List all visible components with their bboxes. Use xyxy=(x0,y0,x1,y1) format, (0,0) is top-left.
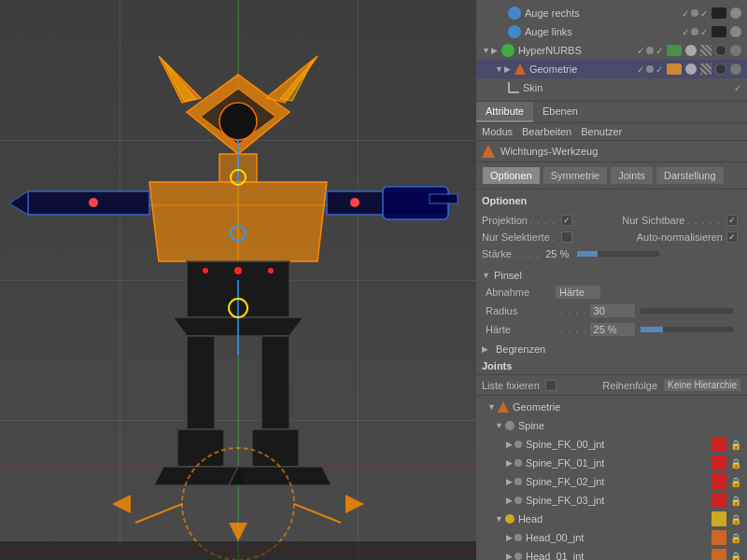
tab-attribute[interactable]: Attribute xyxy=(476,102,533,122)
joint-item-spine-fk-03[interactable]: ▶ Spine_FK_03_jnt 🔒 xyxy=(476,491,747,510)
pinsel-collapse-icon: ▼ xyxy=(482,271,490,280)
active-check: ✓ xyxy=(700,8,708,19)
scene-item-icon xyxy=(508,25,521,38)
svg-rect-24 xyxy=(252,429,299,467)
subtab-symmetrie[interactable]: Symmetrie xyxy=(543,166,609,185)
menu-bar: Modus Bearbeiten Benutzer xyxy=(476,123,747,141)
joints-title: Joints xyxy=(476,357,747,375)
joint-item-spine-fk-00[interactable]: ▶ Spine_FK_00_jnt 🔒 xyxy=(476,435,747,454)
radius-slider[interactable] xyxy=(640,307,734,315)
nur-sichtbare-checkbox[interactable] xyxy=(726,215,738,226)
nur-selektierte-checkbox[interactable] xyxy=(561,231,572,243)
spine-fk-00-color xyxy=(712,437,726,452)
scene-item-label: Skin xyxy=(523,82,734,93)
head-color xyxy=(712,511,726,526)
projektion-row: Projektion . . . . Nur Sichtbare . . . .… xyxy=(482,212,741,229)
menu-bearbeiten[interactable]: Bearbeiten xyxy=(522,126,571,137)
creature-svg xyxy=(0,0,476,560)
joints-section: Joints Liste fixieren Reihenfolge Keine … xyxy=(476,357,747,560)
joint-expand-head: ▼ xyxy=(495,514,503,524)
visibility-check: ✓ xyxy=(637,64,644,75)
begrenzen-row[interactable]: ▶ Begrenzen xyxy=(476,341,747,357)
svg-line-27 xyxy=(135,504,182,523)
tool-title-label: Wichtungs-Werkzeug xyxy=(500,146,598,157)
scene-item-label: Auge links xyxy=(525,26,682,37)
scene-item-auge-links[interactable]: Auge links ✓ ✓ xyxy=(476,22,747,41)
scene-item-skin[interactable]: Skin ✓ xyxy=(476,78,747,97)
svg-rect-20 xyxy=(187,336,215,429)
hierarchy-dropdown[interactable]: Keine Hierarchie xyxy=(663,378,741,392)
begrenzen-label: Begrenzen xyxy=(496,343,545,355)
scene-item-auge-rechts[interactable]: Auge rechts ✓ ✓ xyxy=(476,4,747,22)
pinsel-header[interactable]: ▼ Pinsel xyxy=(482,268,741,283)
color-chip xyxy=(712,26,726,37)
joint-item-spine-fk-02[interactable]: ▶ Spine_FK_02_jnt 🔒 xyxy=(476,472,747,491)
joint-item-spine[interactable]: ▼ Spine xyxy=(476,416,747,435)
svg-marker-41 xyxy=(229,523,247,541)
joint-expand-spine-fk-03: ▶ xyxy=(506,496,513,505)
menu-modus[interactable]: Modus xyxy=(482,126,513,137)
sphere-icon xyxy=(715,45,726,56)
head-00-icon xyxy=(514,534,522,541)
pinsel-title: Pinsel xyxy=(494,270,522,281)
active-check: ✓ xyxy=(655,46,663,56)
svg-line-28 xyxy=(294,504,341,523)
joint-label-spine-fk-00: Spine_FK_00_jnt xyxy=(526,439,712,450)
scene-item-geometrie[interactable]: ▼ ▶ Geometrie ✓ ✓ xyxy=(476,60,747,78)
svg-marker-25 xyxy=(229,467,331,485)
spine-fk-01-color xyxy=(712,455,726,470)
haerte-slider[interactable] xyxy=(640,326,734,333)
right-panel: Auge rechts ✓ ✓ Auge links ✓ ✓ xyxy=(476,0,747,560)
visibility-check: ✓ xyxy=(682,8,689,19)
spine-fk-03-lock: 🔒 xyxy=(730,496,741,506)
menu-benutzer[interactable]: Benutzer xyxy=(581,126,622,137)
radius-value[interactable]: 30 xyxy=(589,303,636,318)
projektion-label: Projektion xyxy=(482,215,528,226)
haerte-row: Härte . . . . . 25 % xyxy=(482,320,741,339)
viewport-status-bar xyxy=(0,541,476,560)
joint-label-spine: Spine xyxy=(518,420,743,431)
nur-selektierte-label: Nur Selektierte xyxy=(482,231,550,243)
joint-item-head[interactable]: ▼ Head 🔒 xyxy=(476,510,747,528)
joint-label-spine-fk-01: Spine_FK_01_jnt xyxy=(526,457,712,469)
liste-fixieren-checkbox[interactable] xyxy=(545,380,557,391)
joint-item-spine-fk-01[interactable]: ▶ Spine_FK_01_jnt 🔒 xyxy=(476,454,747,472)
viewport-3d[interactable] xyxy=(0,0,476,560)
auto-normalisieren-checkbox[interactable] xyxy=(726,231,738,243)
abnahme-value[interactable]: Härte xyxy=(555,285,601,300)
joint-label-head-00: Head_00_jnt xyxy=(526,532,712,543)
tab-ebenen[interactable]: Ebenen xyxy=(533,102,587,122)
svg-marker-40 xyxy=(345,495,364,513)
scene-item-icon xyxy=(508,7,521,20)
svg-marker-14 xyxy=(9,191,28,215)
active-check: ✓ xyxy=(655,64,663,75)
projektion-checkbox[interactable] xyxy=(561,215,572,226)
hypernurbs-expand-icon: ▼ ▶ xyxy=(482,46,498,55)
head-joint-icon xyxy=(505,514,514,524)
staerke-slider[interactable] xyxy=(576,250,660,258)
scene-item-hypernurbs[interactable]: ▼ ▶ HyperNURBS ✓ ✓ xyxy=(476,41,747,60)
spine-fk-03-icon xyxy=(514,497,522,504)
joint-label-spine-fk-02: Spine_FK_02_jnt xyxy=(526,476,712,487)
render-dot xyxy=(691,9,698,17)
joint-expand-head-00: ▶ xyxy=(506,533,513,542)
staerke-value: 25 % xyxy=(545,248,569,259)
haerte-value[interactable]: 25 % xyxy=(589,322,636,337)
joint-item-head-00[interactable]: ▶ Head_00_jnt 🔒 xyxy=(476,528,747,547)
subtab-optionen[interactable]: Optionen xyxy=(482,166,541,185)
abnahme-row: Abnahme Härte xyxy=(482,283,741,301)
svg-rect-23 xyxy=(261,336,289,429)
joint-label-head: Head xyxy=(518,513,712,525)
reihenfolge-label: Reihenfolge xyxy=(602,380,657,391)
color-chip xyxy=(712,7,726,19)
subtab-joints[interactable]: Joints xyxy=(610,166,654,185)
staerke-row: Stärke . . . . 25 % xyxy=(482,245,741,262)
scene-hierarchy: Auge rechts ✓ ✓ Auge links ✓ ✓ xyxy=(476,0,747,102)
geometrie-icon xyxy=(514,63,526,75)
staerke-slider-fill xyxy=(577,251,598,257)
subtab-darstellung[interactable]: Darstellung xyxy=(655,166,725,185)
sphere-icon xyxy=(715,63,726,75)
joint-item-geometrie[interactable]: ▼ Geometrie xyxy=(476,398,747,416)
svg-marker-39 xyxy=(112,495,131,513)
joint-item-head-01[interactable]: ▶ Head_01_jnt 🔒 xyxy=(476,547,747,560)
